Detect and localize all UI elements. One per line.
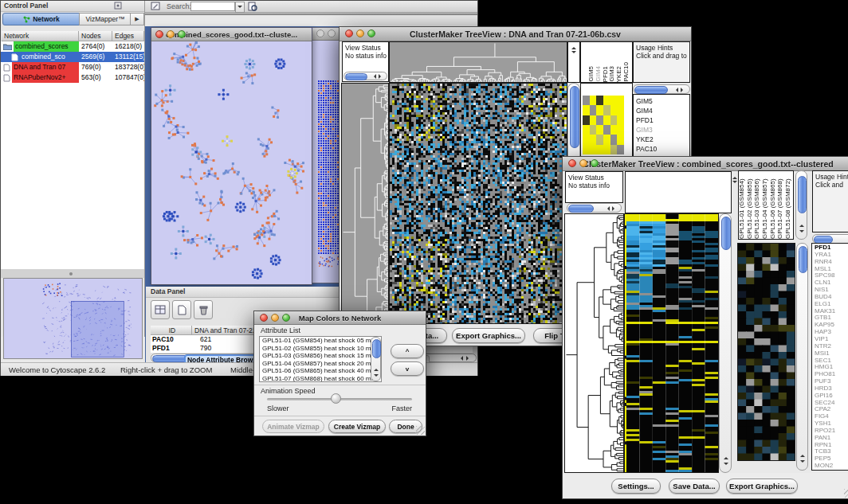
gene-label[interactable]: PUF3 xyxy=(812,378,848,385)
scale-down-arrow[interactable] xyxy=(571,51,576,56)
gene-label[interactable]: PAN1 xyxy=(812,435,848,442)
scale-up-arrow[interactable] xyxy=(732,174,737,179)
tab-vizmapper[interactable]: VizMapper™ xyxy=(79,13,132,25)
tv1-heatmap-panel[interactable] xyxy=(389,83,567,324)
summary-cell[interactable] xyxy=(610,105,618,115)
window-controls[interactable] xyxy=(568,159,599,167)
scroll-right-arrow[interactable] xyxy=(612,206,617,211)
row-dendrogram-canvas[interactable] xyxy=(565,214,623,472)
scale-up-arrow[interactable] xyxy=(571,45,576,49)
attribute-table-button[interactable] xyxy=(151,300,170,319)
summary-cell[interactable] xyxy=(583,96,590,105)
summary-cell[interactable] xyxy=(610,135,618,144)
export-graphics-button[interactable]: Export Graphics... xyxy=(452,328,525,343)
close-icon[interactable] xyxy=(568,159,576,167)
scrollbar-thumb[interactable] xyxy=(798,176,807,213)
tv2-zoom-heatmap-panel[interactable] xyxy=(737,243,795,461)
scroll-down-arrow[interactable] xyxy=(800,460,805,465)
export-graphics-button[interactable]: Export Graphics... xyxy=(726,479,798,494)
summary-cell[interactable] xyxy=(617,135,624,144)
attribute-item[interactable]: GPL51-01 (GSM854) heat shock 05 min xyxy=(260,337,381,345)
summary-cell[interactable] xyxy=(596,115,603,125)
tv1-viewstatus-hscrollbar[interactable] xyxy=(344,72,387,80)
summary-cell[interactable] xyxy=(596,105,603,115)
scroll-left-arrow[interactable] xyxy=(605,206,610,211)
scrollbar-thumb[interactable] xyxy=(372,339,381,358)
summary-cell[interactable] xyxy=(590,125,597,135)
resize-grip[interactable] xyxy=(844,489,848,498)
scroll-up-arrow[interactable] xyxy=(799,222,804,227)
tv2-heatmap-vscrollbar[interactable] xyxy=(719,213,732,473)
col-header-network[interactable]: Network xyxy=(2,31,79,41)
summary-cell[interactable] xyxy=(596,135,603,144)
gene-label[interactable]: MSL1 xyxy=(812,266,848,273)
summary-cell[interactable] xyxy=(583,125,590,135)
summary-cell[interactable] xyxy=(603,115,610,125)
col-header-edges[interactable]: Edges xyxy=(112,31,144,41)
tab-network[interactable]: Network xyxy=(2,13,80,25)
close-icon[interactable] xyxy=(316,29,324,37)
summary-cell[interactable] xyxy=(617,125,624,135)
treeview1-titlebar[interactable]: ClusterMaker TreeView : DNA and Tran 07-… xyxy=(340,27,691,41)
move-up-button[interactable]: ^ xyxy=(391,344,424,358)
minimize-icon[interactable] xyxy=(271,314,279,322)
summary-cell[interactable] xyxy=(583,145,590,154)
summary-cell[interactable] xyxy=(590,145,597,154)
summary-cell[interactable] xyxy=(603,96,610,105)
zoom-window-icon[interactable] xyxy=(591,159,599,167)
tv2-heatmap-panel[interactable] xyxy=(624,213,719,473)
gene-label[interactable]: RNR4 xyxy=(812,259,848,266)
gene-label[interactable]: RPO21 xyxy=(812,428,848,435)
summary-cell[interactable] xyxy=(596,96,603,105)
gene-label[interactable]: HMG1 xyxy=(812,364,848,371)
summary-cell[interactable] xyxy=(590,105,597,115)
scale-down-arrow[interactable] xyxy=(732,181,737,186)
network-row-selected[interactable]: combined_sco 2569(6) 13112(15) xyxy=(1,52,144,62)
summary-cell[interactable] xyxy=(596,125,603,135)
gene-label[interactable]: PHO81 xyxy=(812,371,848,378)
close-icon[interactable] xyxy=(260,314,268,322)
tv1-column-dendrogram-panel[interactable] xyxy=(389,41,567,83)
summary-cell[interactable] xyxy=(590,115,597,125)
dialog-titlebar[interactable]: Map Colors to Network xyxy=(254,311,426,325)
network-row[interactable]: combined_scores 2764(0) 16218(0) xyxy=(1,41,144,52)
divider-handle[interactable] xyxy=(69,272,73,275)
close-icon[interactable] xyxy=(155,30,163,38)
gene-label[interactable]: YRA1 xyxy=(812,252,848,259)
gene-label[interactable]: CPA2 xyxy=(812,406,848,413)
summary-cell[interactable] xyxy=(603,135,610,144)
summary-heatmap[interactable] xyxy=(583,96,624,154)
treeview2-titlebar[interactable]: ClusterMaker TreeView : combined_scores_… xyxy=(563,157,848,171)
tv2-column-dendrogram-panel[interactable] xyxy=(625,171,732,213)
gene-label[interactable]: MAK31 xyxy=(812,308,848,315)
scrollbar-thumb[interactable] xyxy=(568,205,594,213)
summary-cell[interactable] xyxy=(583,105,590,115)
close-icon[interactable] xyxy=(345,29,353,37)
window-controls[interactable] xyxy=(260,314,290,322)
tv1-usage-hscrollbar[interactable] xyxy=(633,84,690,94)
row-dendrogram-canvas[interactable] xyxy=(342,84,388,323)
create-vizmap-button[interactable]: Create Vizmap xyxy=(328,420,386,433)
gene-label[interactable]: RPN1 xyxy=(812,442,848,449)
scroll-down-arrow[interactable] xyxy=(799,230,804,235)
gene-label[interactable]: KAP95 xyxy=(812,322,848,329)
save-data-button[interactable]: Save Data... xyxy=(669,479,720,494)
search-input[interactable] xyxy=(190,2,235,11)
summary-cell[interactable] xyxy=(590,135,597,144)
gene-label[interactable]: FIG4 xyxy=(812,413,848,420)
delete-attribute-button[interactable] xyxy=(194,300,213,319)
scroll-left-arrow[interactable] xyxy=(458,356,463,361)
gene-label[interactable]: SEC24 xyxy=(812,400,848,407)
attribute-listbox[interactable]: GPL51-01 (GSM854) heat shock 05 minGPL51… xyxy=(259,336,382,382)
gene-label[interactable]: ELG1 xyxy=(812,301,848,308)
attribute-item[interactable]: GPL51-07 (GSM868) heat shock 60 min xyxy=(260,375,381,383)
tv2-row-dendrogram-panel[interactable] xyxy=(564,213,624,473)
summary-cell[interactable] xyxy=(590,96,597,105)
network-view-canvas[interactable] xyxy=(152,41,309,283)
global-heatmap-canvas[interactable] xyxy=(625,214,718,472)
data-col-id[interactable]: ID xyxy=(151,326,192,335)
gene-label[interactable]: GPI16 xyxy=(812,393,848,400)
scroll-right-arrow[interactable] xyxy=(681,88,685,92)
attribute-item[interactable]: GPL51-02 (GSM855) heat shock 10 min xyxy=(260,345,381,353)
overview-canvas[interactable] xyxy=(4,279,142,358)
